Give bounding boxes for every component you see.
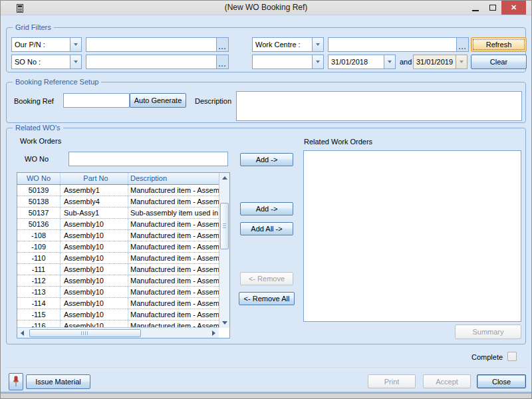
- triangle-down-icon: [316, 61, 320, 63]
- related-wos-legend: Related WO's: [13, 124, 63, 132]
- add-top-button[interactable]: Add ->: [240, 153, 293, 166]
- close-button[interactable]: Close: [477, 374, 526, 388]
- triangle-left-icon: [21, 331, 24, 336]
- horizontal-scrollbar-thumb[interactable]: [29, 329, 141, 337]
- vertical-scrollbar-thumb[interactable]: [220, 203, 229, 249]
- minimize-button[interactable]: [467, 1, 484, 15]
- scroll-up-button[interactable]: [219, 173, 230, 183]
- auto-generate-button[interactable]: Auto Generate: [130, 93, 186, 108]
- ellipsis-button[interactable]: ...: [216, 38, 228, 51]
- description-textarea[interactable]: [236, 91, 522, 121]
- grid-cell: Assembly4: [60, 196, 128, 207]
- grid-cell: Assembly1: [60, 185, 128, 196]
- grid-cell: 50136: [17, 219, 60, 229]
- our-pn-filter-combo-value: Our P/N :: [12, 38, 70, 51]
- dropdown-arrow-icon[interactable]: [384, 55, 395, 68]
- wo-no-input[interactable]: [69, 152, 227, 166]
- so-no-filter-combo-value: SO No :: [12, 55, 70, 68]
- date-from-picker[interactable]: 31/01/2018: [328, 55, 396, 69]
- grid-cell: 50139: [17, 185, 60, 196]
- ellipsis-button[interactable]: ...: [456, 38, 468, 51]
- triangle-down-icon: [316, 43, 320, 46]
- issue-material-button[interactable]: Issue Material: [26, 374, 90, 389]
- so-no-lookup-field[interactable]: ...: [86, 55, 229, 69]
- column-header-part-no[interactable]: Part No: [60, 173, 128, 184]
- maximize-icon: [489, 5, 496, 11]
- table-row[interactable]: -114Assembly10Manufactured item - Assemb: [17, 298, 219, 309]
- grid-cell: Assembly10: [60, 219, 128, 229]
- work-centre-filter-combo-value: Work Centre :: [253, 38, 312, 51]
- extra-filter-combo-value: [253, 55, 312, 68]
- table-row[interactable]: -108Assembly10Manufactured item - Assemb: [17, 230, 219, 241]
- dialog-window: (New WO Booking Ref) ✕ Grid Filters Our …: [0, 0, 532, 399]
- vertical-scrollbar[interactable]: [219, 173, 229, 328]
- grid-cell: -112: [17, 275, 60, 286]
- title-bar[interactable]: (New WO Booking Ref) ✕: [1, 1, 531, 15]
- grid-cell: Assembly10: [60, 309, 128, 320]
- maximize-button[interactable]: [484, 1, 501, 15]
- extra-filter-combo[interactable]: [252, 55, 324, 69]
- add-all-button[interactable]: Add All ->: [240, 222, 293, 235]
- date-to-picker: 31/01/2019: [413, 55, 467, 69]
- our-pn-input[interactable]: [86, 38, 216, 51]
- table-row[interactable]: -113Assembly10Manufactured item - Assemb: [17, 287, 219, 298]
- dropdown-arrow-icon[interactable]: [312, 38, 323, 51]
- booking-ref-field[interactable]: [63, 93, 130, 108]
- table-row[interactable]: -109Assembly10Manufactured item - Assemb: [17, 241, 219, 253]
- grid-cell: Sub-assembly item used in th: [128, 207, 219, 218]
- table-row[interactable]: -111Assembly10Manufactured item - Assemb: [17, 264, 219, 275]
- close-icon: ✕: [511, 3, 517, 12]
- work-centre-input[interactable]: [329, 38, 456, 51]
- remove-all-button[interactable]: <- Remove All: [239, 292, 295, 305]
- dropdown-arrow-icon[interactable]: [70, 38, 81, 51]
- scroll-right-button[interactable]: [209, 328, 219, 338]
- grid-cell: Assembly10: [60, 298, 128, 309]
- table-row[interactable]: -112Assembly10Manufactured item - Assemb: [17, 275, 219, 287]
- our-pn-lookup-field[interactable]: ...: [86, 37, 229, 52]
- dropdown-arrow-icon[interactable]: [312, 55, 323, 68]
- triangle-down-icon: [74, 43, 78, 46]
- table-row[interactable]: -115Assembly10Manufactured item - Assemb: [17, 309, 219, 321]
- refresh-button[interactable]: Refresh: [471, 37, 527, 52]
- related-work-orders-label: Related Work Orders: [304, 138, 372, 146]
- ellipsis-button[interactable]: ...: [216, 55, 228, 68]
- close-window-button[interactable]: ✕: [501, 1, 526, 15]
- work-centre-lookup-field[interactable]: ...: [328, 37, 469, 52]
- table-row[interactable]: 50136Assembly10Manufactured item - Assem…: [17, 219, 219, 230]
- date-to-value: 31/01/2019: [414, 55, 456, 68]
- grid-cell: -114: [17, 298, 60, 309]
- grid-cell: -108: [17, 230, 60, 241]
- dropdown-arrow-icon[interactable]: [70, 55, 81, 68]
- related-work-orders-list[interactable]: [303, 150, 521, 322]
- horizontal-scrollbar[interactable]: [17, 327, 219, 338]
- work-orders-table[interactable]: WO No Part No Description 50139Assembly1…: [17, 172, 230, 338]
- table-row[interactable]: -110Assembly10Manufactured item - Assemb: [17, 253, 219, 264]
- so-no-filter-combo[interactable]: SO No :: [11, 55, 82, 69]
- footer-divider: [6, 368, 526, 369]
- and-label: and: [400, 58, 412, 66]
- column-header-wo-no[interactable]: WO No: [17, 173, 60, 184]
- triangle-down-icon: [388, 61, 392, 63]
- clear-button[interactable]: Clear: [471, 55, 527, 69]
- add-button[interactable]: Add ->: [240, 202, 293, 215]
- so-no-input[interactable]: [86, 55, 216, 68]
- booking-ref-input[interactable]: [64, 94, 129, 107]
- grid-cell: Manufactured item - Assemb: [128, 275, 219, 286]
- grid-cell: -111: [17, 264, 60, 275]
- work-centre-filter-combo[interactable]: Work Centre :: [252, 37, 324, 52]
- grid-cell: 50137: [17, 207, 60, 218]
- our-pn-filter-combo[interactable]: Our P/N :: [11, 37, 82, 52]
- dropdown-arrow-icon: [456, 55, 467, 68]
- scroll-left-button[interactable]: [17, 328, 27, 338]
- table-row[interactable]: 50137Sub-Assy1Sub-assembly item used in …: [17, 207, 219, 219]
- scroll-down-button[interactable]: [219, 318, 230, 328]
- remove-button: <- Remove: [240, 272, 293, 285]
- date-from-value: 31/01/2018: [329, 55, 384, 68]
- grid-cell: Sub-Assy1: [60, 207, 128, 218]
- triangle-up-icon: [222, 176, 227, 180]
- column-header-description[interactable]: Description: [128, 173, 219, 184]
- table-row[interactable]: 50139Assembly1Manufactured item - Assemb: [17, 185, 219, 196]
- pin-button[interactable]: [9, 373, 23, 390]
- wo-no-field[interactable]: [68, 152, 228, 166]
- table-row[interactable]: 50138Assembly4Manufactured item - Assemb: [17, 196, 219, 207]
